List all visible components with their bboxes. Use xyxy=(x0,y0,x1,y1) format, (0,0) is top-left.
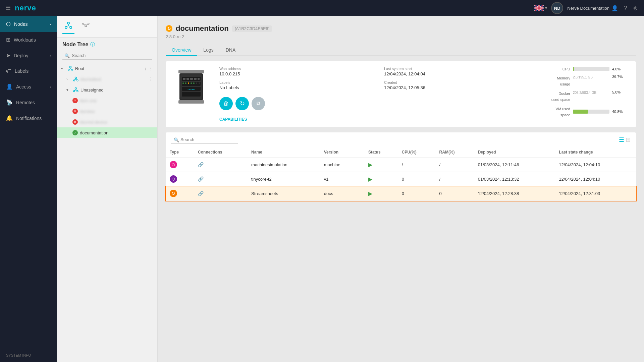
row1-type: ⬡ xyxy=(166,158,194,172)
table-row[interactable]: ⬡ 🔗 machinesimulation machine_ ▶ / / 01/… xyxy=(166,158,636,172)
error1-status: ✕ xyxy=(72,98,78,103)
sidebar-item-labels[interactable]: 🏷 Labels xyxy=(0,63,57,79)
sidebar-item-nodes[interactable]: ⬡ Nodes › xyxy=(0,16,57,32)
table-row[interactable]: ⬡ 🔗 tinycore-t2 v1 ▶ 0 / 01/03/2024, 12:… xyxy=(166,172,636,186)
tree-item-root[interactable]: ▾ Root ↓ ⋮ xyxy=(57,63,157,74)
main-content: ↻ documentation [A1B2C3D4E5F6] 2.8.0-rc.… xyxy=(158,16,644,362)
tab-overview[interactable]: Overview xyxy=(166,45,197,56)
user-icon: 👤 xyxy=(611,5,618,11)
sidebar-item-label-labels: Labels xyxy=(15,68,29,74)
logout-icon[interactable]: ⎋ xyxy=(632,3,639,13)
svg-point-8 xyxy=(83,23,84,24)
svg-rect-38 xyxy=(183,78,185,80)
nerve-documentation-link[interactable]: Nerve Documentation 👤 xyxy=(567,5,618,11)
grid-view-icon[interactable]: ⊞ xyxy=(626,136,631,143)
svg-point-48 xyxy=(196,82,197,84)
root-menu-dots[interactable]: ⋮ xyxy=(149,66,153,71)
node-search-input[interactable] xyxy=(62,52,152,60)
col-version: Version xyxy=(320,147,364,158)
tab-graph[interactable] xyxy=(80,20,92,34)
root-expand-icon: ▾ xyxy=(61,66,66,71)
row2-version: v1 xyxy=(320,172,364,186)
child1-menu-dots[interactable]: ⋮ xyxy=(149,76,153,82)
conn-icon-row2: 🔗 xyxy=(198,176,204,182)
trash-icon: 🗑 xyxy=(223,101,229,107)
navbar: ☰ nerve ▾ ND Nerve Documentation 👤 ? ⎋ xyxy=(0,0,644,16)
uk-flag-icon xyxy=(534,5,544,11)
help-icon[interactable]: ? xyxy=(622,3,628,13)
tab-dna[interactable]: DNA xyxy=(220,45,242,56)
wan-address-value: 10.0.0.215 xyxy=(219,71,371,76)
labels-group: Labels No Labels xyxy=(219,80,371,90)
restart-icon: ↻ xyxy=(240,100,245,107)
sidebar-item-label-notifications: Notifications xyxy=(16,116,42,121)
view-icons: ☰ ⊞ xyxy=(619,136,631,143)
unassigned-node-icon xyxy=(73,87,78,93)
delete-button[interactable]: 🗑 xyxy=(219,97,233,110)
user-avatar[interactable]: ND xyxy=(551,2,563,14)
row3-name: Streamsheets xyxy=(247,186,320,201)
tab-logs[interactable]: Logs xyxy=(197,45,219,56)
svg-rect-41 xyxy=(194,78,197,80)
col-connections: Connections xyxy=(194,147,247,158)
row2-deployed: 01/03/2024, 12:13:32 xyxy=(474,172,555,186)
root-label: Root xyxy=(75,66,143,71)
row2-name: tinycore-t2 xyxy=(247,172,320,186)
row3-deployed: 12/04/2024, 12:28:38 xyxy=(474,186,555,201)
svg-point-46 xyxy=(191,82,192,84)
sidebar-item-remotes[interactable]: 📡 Remotes xyxy=(0,95,57,110)
row1-status: ▶ xyxy=(364,158,398,172)
access-icon: 👤 xyxy=(6,83,13,90)
row1-name: machinesimulation xyxy=(247,158,320,172)
node-actions: 🗑 ↻ ⧉ xyxy=(219,97,535,110)
docker-stat-label: Dockerused space xyxy=(551,92,570,102)
col-ram: RAM(%) xyxy=(435,147,474,158)
tree-item-child1[interactable]: › blurredtext ⋮ xyxy=(57,74,157,84)
created-value: 12/04/2024, 12:05:36 xyxy=(384,85,535,90)
sidebar-item-deploy[interactable]: ➤ Deploy › xyxy=(0,48,57,63)
language-selector[interactable]: ▾ xyxy=(534,5,547,11)
info-icon[interactable]: ⓘ xyxy=(90,42,95,48)
row3-ram: 0 xyxy=(435,186,474,201)
row2-type: ⬡ xyxy=(166,172,194,186)
svg-point-44 xyxy=(185,82,186,84)
row3-version: docs xyxy=(320,186,364,201)
tree-item-error3[interactable]: ✕ blurred device xyxy=(57,117,157,127)
error2-status: ✕ xyxy=(72,109,78,114)
svg-line-16 xyxy=(69,69,70,69)
system-info[interactable]: SYSTEM INFO xyxy=(0,349,57,362)
sidebar-item-workloads[interactable]: ⊞ Workloads xyxy=(0,32,57,48)
sidebar-item-access[interactable]: 👤 Access › xyxy=(0,79,57,95)
node-id: [A1B2C3D4E5F6] xyxy=(232,25,272,32)
sidebar: ⬡ Nodes › ⊞ Workloads ➤ Deploy › 🏷 Label… xyxy=(0,16,57,362)
sidebar-item-label-access: Access xyxy=(16,84,31,89)
table-row-selected[interactable]: ↻ 🔗 Streamsheets docs ▶ 0 0 12/04/2024, … xyxy=(166,186,636,201)
tree-item-unassigned[interactable]: ▾ Unassigned xyxy=(57,84,157,95)
svg-point-49 xyxy=(199,82,200,84)
svg-line-23 xyxy=(76,79,77,80)
capabilities-link[interactable]: CAPABILITIES xyxy=(219,117,535,122)
list-view-icon[interactable]: ☰ xyxy=(619,136,624,143)
sidebar-item-label-remotes: Remotes xyxy=(16,100,35,105)
sidebar-item-notifications[interactable]: 🔔 Notifications xyxy=(0,110,57,126)
tree-item-error2[interactable]: ✕ itemtwo xyxy=(57,106,157,117)
row2-status: ▶ xyxy=(364,172,398,186)
type-icon-row1: ⬡ xyxy=(170,161,177,168)
copy-button[interactable]: ⧉ xyxy=(252,97,265,110)
workload-search-input[interactable] xyxy=(171,136,238,144)
tree-item-error1[interactable]: ✕ item one xyxy=(57,95,157,106)
error1-label: item one xyxy=(80,98,153,103)
sidebar-item-label-workloads: Workloads xyxy=(14,37,36,43)
type-icon-row3: ↻ xyxy=(170,190,177,197)
menu-icon[interactable]: ☰ xyxy=(5,4,11,12)
svg-rect-52 xyxy=(178,100,204,104)
docker-stat-value: 5.0% xyxy=(612,90,631,94)
tree-item-documentation[interactable]: ✓ documentation xyxy=(57,127,157,138)
deploy-icon: ➤ xyxy=(6,52,10,59)
svg-point-18 xyxy=(75,77,77,79)
tab-tree[interactable] xyxy=(62,19,74,34)
device-image: nerve xyxy=(171,67,211,107)
doc-link-text: Nerve Documentation xyxy=(567,6,609,11)
restart-button[interactable]: ↻ xyxy=(235,97,249,110)
svg-point-12 xyxy=(70,66,71,68)
